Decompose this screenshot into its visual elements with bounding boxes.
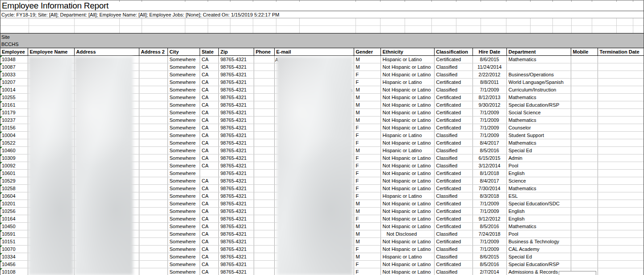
cell-zip[interactable]: 98765-4321 <box>218 238 254 246</box>
cell-city[interactable]: Somewhere <box>167 94 200 101</box>
cell-mobile[interactable] <box>571 71 598 79</box>
cell-city[interactable]: Somewhere <box>167 86 200 94</box>
cell-classification[interactable]: Certificated <box>434 261 473 268</box>
cell-termination-date[interactable] <box>598 223 644 230</box>
column-header-e-mail[interactable]: E-mail <box>274 48 354 56</box>
cell-state[interactable]: CA <box>200 139 218 147</box>
cell-termination-date[interactable] <box>598 200 644 208</box>
column-header-gender[interactable]: Gender <box>354 48 381 56</box>
cell-classification[interactable]: Certificated <box>434 109 473 117</box>
cell-phone[interactable] <box>254 230 274 238</box>
cell-employee-id[interactable]: 10179 <box>0 109 28 117</box>
cell-state[interactable]: CA <box>200 162 218 170</box>
cell-ethnicity[interactable]: Not Hispanic or Latino <box>381 117 434 124</box>
cell-gender[interactable]: M <box>354 253 381 261</box>
cell-ethnicity[interactable]: Hispanic or Latino <box>381 56 434 63</box>
cell-address-2[interactable] <box>139 94 167 101</box>
cell-state[interactable] <box>200 170 218 177</box>
cell-ethnicity[interactable]: Not Hispanic or Latino <box>381 215 434 223</box>
cell-phone[interactable] <box>254 238 274 246</box>
cell-hire-date[interactable]: 3/12/2014 <box>473 162 506 170</box>
cell-classification[interactable]: Classified <box>434 154 473 162</box>
column-header-mobile[interactable]: Mobile <box>571 48 598 56</box>
cell-department[interactable]: Pool <box>506 230 571 238</box>
column-header-department[interactable]: Department <box>506 48 571 56</box>
cell-phone[interactable] <box>254 101 274 109</box>
cell-address-2[interactable] <box>139 117 167 124</box>
cell-phone[interactable] <box>254 200 274 208</box>
cell-department[interactable]: Curriculum/Instruction <box>506 86 571 94</box>
cell-state[interactable]: CA <box>200 200 218 208</box>
cell-zip[interactable]: 98765-4321 <box>218 200 254 208</box>
cell-gender[interactable]: F <box>354 170 381 177</box>
cell-city[interactable]: Somewhere <box>167 253 200 261</box>
cell-phone[interactable] <box>254 94 274 101</box>
cell-phone[interactable] <box>254 154 274 162</box>
cell-ethnicity[interactable]: Not Hispanic or Latino <box>381 86 434 94</box>
cell-gender[interactable]: F <box>354 71 381 79</box>
cell-phone[interactable] <box>254 208 274 215</box>
cell-employee-id[interactable]: 10207 <box>0 79 28 86</box>
cell-mobile[interactable] <box>571 238 598 246</box>
cell-mobile[interactable] <box>571 162 598 170</box>
cell-zip[interactable]: 98765-4321 <box>218 117 254 124</box>
cell-classification[interactable]: Certificated <box>434 79 473 86</box>
cell-department[interactable]: Special Education/RSP <box>506 261 571 268</box>
cell-gender[interactable]: F <box>354 139 381 147</box>
cell-zip[interactable]: 98765-4321 <box>218 261 254 268</box>
cell-employee-id[interactable]: 10522 <box>0 139 28 147</box>
cell-department[interactable]: Science <box>506 177 571 185</box>
cell-department[interactable]: CAL Academy <box>506 246 571 253</box>
cell-termination-date[interactable] <box>598 154 644 162</box>
cell-hire-date[interactable]: 8/5/2016 <box>473 261 506 268</box>
cell-address-2[interactable] <box>139 192 167 200</box>
cell-city[interactable]: Somewhere <box>167 147 200 154</box>
cell-zip[interactable]: 98765-4321 <box>218 124 254 132</box>
cell-address-2[interactable] <box>139 132 167 139</box>
cell-classification[interactable]: Certificated <box>434 238 473 246</box>
cell-ethnicity[interactable]: Not Hispanic or Latino <box>381 177 434 185</box>
cell-state[interactable]: CA <box>200 109 218 117</box>
cell-ethnicity[interactable]: Not Hispanic or Latino <box>381 94 434 101</box>
cell-classification[interactable]: Certificated <box>434 223 473 230</box>
cell-classification[interactable]: Certificated <box>434 101 473 109</box>
cell-mobile[interactable] <box>571 261 598 268</box>
cell-gender[interactable]: M <box>354 200 381 208</box>
cell-hire-date[interactable]: 8/6/2015 <box>473 253 506 261</box>
cell-department[interactable]: Special Education/RSP <box>506 101 571 109</box>
cell-ethnicity[interactable]: Not Hispanic or Latino <box>381 223 434 230</box>
cell-department[interactable]: Counselor <box>506 124 571 132</box>
cell-employee-id[interactable]: 10460 <box>0 147 28 154</box>
cell-classification[interactable]: Certificated <box>434 94 473 101</box>
cell-zip[interactable]: 98765-4321 <box>218 177 254 185</box>
column-header-phone[interactable]: Phone <box>254 48 274 56</box>
cell-employee-id[interactable]: 10309 <box>0 154 28 162</box>
cell-employee-id[interactable]: 10255 <box>0 94 28 101</box>
cell-gender[interactable]: M <box>354 109 381 117</box>
cell-classification[interactable]: Certificated <box>434 56 473 63</box>
cell-termination-date[interactable] <box>598 132 644 139</box>
cell-city[interactable]: Somewhere <box>167 185 200 192</box>
cell-gender[interactable]: F <box>354 132 381 139</box>
cell-address-2[interactable] <box>139 185 167 192</box>
column-header-employee[interactable]: Employee <box>0 48 28 56</box>
cell-city[interactable]: Somewhere <box>167 139 200 147</box>
cell-employee-id[interactable]: 10450 <box>0 223 28 230</box>
cell-ethnicity[interactable]: Not Hispanic or Latino <box>381 246 434 253</box>
cell-mobile[interactable] <box>571 177 598 185</box>
cell-hire-date[interactable]: 7/1/2009 <box>473 109 506 117</box>
cell-state[interactable]: CA <box>200 253 218 261</box>
cell-ethnicity[interactable]: Not Hispanic or Latino <box>381 200 434 208</box>
cell-mobile[interactable] <box>571 154 598 162</box>
cell-phone[interactable] <box>254 192 274 200</box>
cell-phone[interactable] <box>254 246 274 253</box>
column-header-employee-name[interactable]: Employee Name <box>28 48 74 56</box>
cell-termination-date[interactable] <box>598 268 644 275</box>
cell-address-2[interactable] <box>139 223 167 230</box>
cell-address-2[interactable] <box>139 124 167 132</box>
cell-phone[interactable] <box>254 170 274 177</box>
cell-hire-date[interactable]: 7/1/2009 <box>473 124 506 132</box>
cell-ethnicity[interactable]: Not Hispanic or Latino <box>381 261 434 268</box>
cell-employee-id[interactable]: 10591 <box>0 230 28 238</box>
cell-classification[interactable]: Classified <box>434 162 473 170</box>
